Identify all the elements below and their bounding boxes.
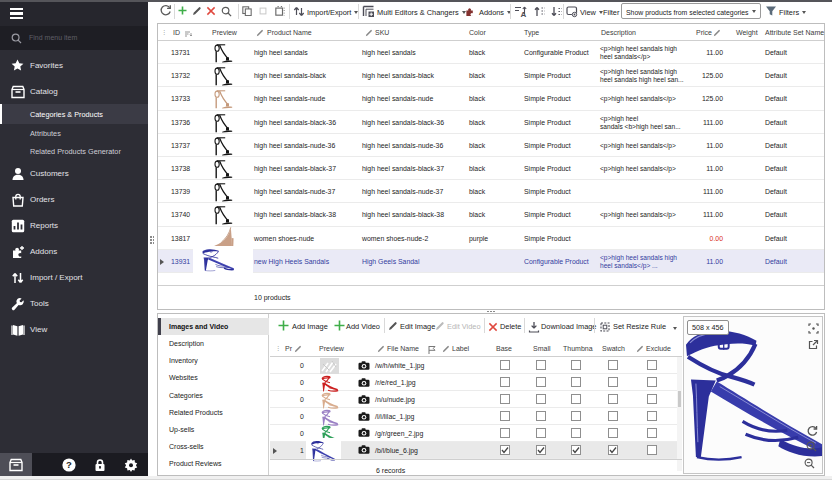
- svg-text:A: A: [521, 10, 527, 19]
- svg-text:?: ?: [66, 459, 72, 470]
